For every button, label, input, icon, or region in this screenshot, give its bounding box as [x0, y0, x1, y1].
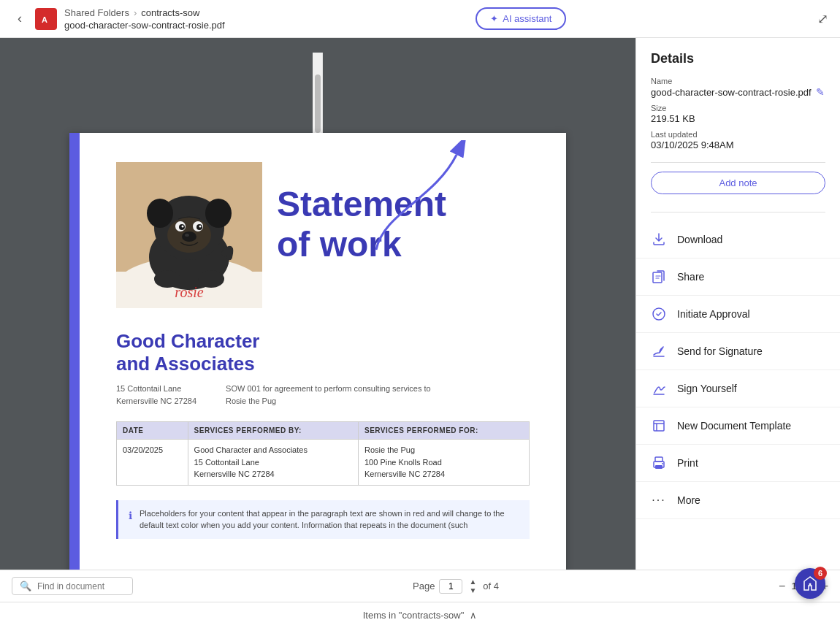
action-share[interactable]: Share [636, 259, 840, 296]
breadcrumb: Shared Folders › contracts-sow good-char… [64, 7, 225, 31]
scrollbar[interactable] [313, 53, 323, 133]
footer-chevron-button[interactable]: ∧ [470, 610, 477, 621]
right-panel: Details Name good-character-sow-contract… [635, 38, 840, 570]
approval-icon [651, 306, 667, 322]
company-address: 15 Cottontail Lane Kernersville NC 27284 [116, 383, 196, 407]
zoom-out-button[interactable]: − [779, 580, 785, 593]
topbar-right: ⤢ [817, 11, 828, 27]
dog-image: rosie [116, 162, 262, 308]
svg-text:rosie: rosie [175, 284, 203, 300]
edit-icon[interactable]: ✎ [816, 86, 825, 98]
action-new-doc-template[interactable]: New Document Template [636, 407, 840, 445]
info-icon: ℹ [129, 508, 132, 532]
filename: good-character-sow-contract-rosie.pdf [64, 20, 225, 31]
svg-point-8 [147, 199, 173, 228]
back-button[interactable]: ‹ [12, 8, 28, 29]
breadcrumb-folder[interactable]: contracts-sow [141, 7, 199, 18]
footer-label: Items in "contracts-sow" [363, 610, 465, 621]
more-icon: ··· [651, 492, 667, 508]
action-print[interactable]: Print [636, 445, 840, 482]
page-arrows: ▲ ▼ [467, 578, 478, 595]
acrobat-logo: A [35, 8, 57, 30]
svg-point-17 [182, 231, 196, 242]
footer-bar: Items in "contracts-sow" ∧ [0, 602, 840, 628]
page-up-button[interactable]: ▲ [467, 578, 478, 586]
details-header: Details [636, 38, 840, 74]
ai-star-icon: ✦ [490, 13, 498, 24]
document-page: rosie Statement of work [69, 133, 566, 570]
sow-description: SOW 001 for agreement to perform consult… [226, 383, 445, 407]
detail-size-row: Size 219.51 KB [636, 101, 840, 127]
page-navigation: Page ▲ ▼ of 4 [413, 578, 499, 595]
sow-table: DATE SERVICES PERFORMED BY: SERVICES PER… [116, 421, 530, 486]
expand-button[interactable]: ⤢ [817, 11, 828, 27]
action-initiate-approval[interactable]: Initiate Approval [636, 296, 840, 333]
page-down-button[interactable]: ▼ [467, 586, 478, 595]
detail-updated-row: Last updated 03/10/2025 9:48AM [636, 127, 840, 153]
sign-yourself-label: Sign Yourself [677, 383, 737, 394]
action-send-signature[interactable]: Send for Signature [636, 333, 840, 370]
download-label: Download [677, 234, 722, 245]
page-label: Page [413, 581, 435, 591]
topbar: ‹ A Shared Folders › contracts-sow good-… [0, 0, 840, 38]
name-label: Name [651, 77, 825, 85]
svg-point-16 [199, 226, 202, 228]
svg-point-15 [182, 226, 184, 228]
share-icon [651, 269, 667, 285]
svg-point-28 [662, 463, 663, 464]
search-box: 🔍 [12, 577, 133, 595]
purple-accent-bar [69, 133, 80, 570]
notification-count: 6 [814, 567, 827, 580]
table-cell-performed-by: Good Character and Associates 15 Cottont… [188, 440, 358, 486]
topbar-left: ‹ A Shared Folders › contracts-sow good-… [12, 7, 225, 31]
action-download[interactable]: Download [636, 221, 840, 259]
ai-assistant-button[interactable]: ✦ AI assistant [476, 7, 566, 30]
download-icon [651, 231, 667, 248]
notification-badge[interactable]: 6 [795, 568, 825, 599]
topbar-center: ✦ AI assistant [225, 7, 817, 30]
statement-of-work-title: Statement of work [277, 162, 446, 308]
print-label: Print [677, 457, 698, 469]
new-doc-template-label: New Document Template [677, 420, 791, 432]
divider-2 [651, 212, 825, 212]
send-signature-label: Send for Signature [677, 345, 763, 357]
send-signature-icon [651, 343, 667, 359]
last-updated-value: 03/10/2025 9:48AM [651, 139, 825, 150]
search-input[interactable] [37, 581, 125, 591]
svg-rect-25 [655, 457, 663, 462]
svg-point-9 [205, 199, 232, 228]
more-label: More [677, 494, 700, 506]
main-area: rosie Statement of work [0, 38, 840, 570]
print-icon [651, 455, 667, 471]
table-cell-performed-for: Rosie the Pug 100 Pine Knolls Road Kerne… [358, 440, 529, 486]
breadcrumb-root[interactable]: Shared Folders [64, 7, 129, 18]
svg-point-18 [185, 234, 189, 237]
scroll-handle[interactable] [315, 74, 321, 133]
table-header-date: DATE [117, 422, 188, 440]
svg-rect-27 [655, 465, 663, 469]
add-note-button[interactable]: Add note [651, 172, 825, 194]
size-label: Size [651, 104, 825, 112]
action-sign-yourself[interactable]: Sign Yourself [636, 370, 840, 407]
ai-assistant-label: AI assistant [503, 13, 551, 24]
sign-yourself-icon [651, 380, 667, 397]
table-header-for: SERVICES PERFORMED FOR: [358, 422, 529, 440]
document-area: rosie Statement of work [0, 38, 635, 570]
table-cell-date: 03/20/2025 [117, 440, 188, 486]
company-name: Good Character and Associates [116, 330, 530, 375]
table-header-by: SERVICES PERFORMED BY: [188, 422, 358, 440]
template-icon [651, 418, 667, 434]
page-number-input[interactable] [439, 579, 462, 594]
bottom-bar: 🔍 Page ▲ ▼ of 4 − 119% + [0, 570, 840, 602]
page-of-label: of 4 [483, 581, 499, 591]
share-label: Share [677, 271, 704, 283]
detail-name-row: Name good-character-sow-contract-rosie.p… [636, 74, 840, 101]
name-value: good-character-sow-contract-rosie.pdf ✎ [651, 86, 825, 98]
info-box: ℹ Placeholders for your content that app… [116, 500, 530, 539]
size-value: 219.51 KB [651, 113, 825, 124]
action-more[interactable]: ··· More [636, 482, 840, 519]
search-icon: 🔍 [20, 581, 31, 591]
info-text: Placeholders for your content that appea… [140, 508, 519, 532]
breadcrumb-sep: › [134, 7, 137, 18]
svg-point-29 [809, 583, 812, 586]
